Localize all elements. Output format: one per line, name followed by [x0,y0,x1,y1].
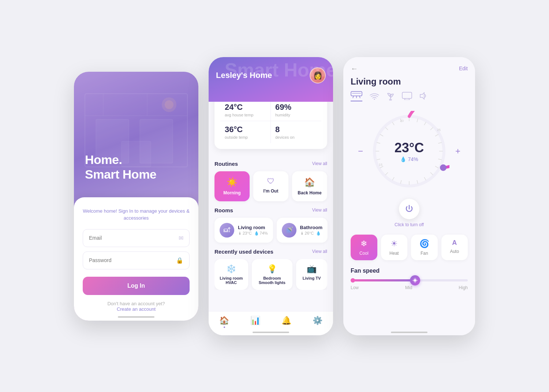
power-button[interactable] [399,199,419,219]
room-control-header: ← Edit [343,57,475,76]
devices-list: ❄️ Living room HVAC 💡 Bedroom Smooth lig… [214,259,327,290]
room-title-container: Living room [343,76,475,90]
bathroom-icon: 🚿 [282,223,296,238]
living-room-temp: 🌡 23°C [238,231,252,236]
bathroom-stats: 🌡 26°C 💧 [300,231,322,236]
device-hvac[interactable]: ❄️ Living room HVAC [214,259,248,290]
email-field[interactable] [89,235,174,241]
temp-increase-button[interactable]: + [449,146,466,156]
routines-section-header: Routines View all [214,161,327,167]
hvac-icon: ❄️ [226,264,236,274]
sun-icon: ☀️ [227,177,238,187]
back-button[interactable]: ← [351,64,358,73]
home-indicator-3 [391,332,427,333]
power-section: Click to turn off [343,199,475,227]
nav-active-dot [224,326,225,328]
fan-speed-high: High [459,285,468,290]
routine-back-home[interactable]: 🏠 Back Home [292,171,327,201]
email-input-wrapper[interactable]: ✉ [83,229,190,247]
devices-view-all[interactable]: View all [312,249,327,254]
tv-icon: 📺 [307,264,317,274]
svg-line-11 [353,96,354,98]
room-living[interactable]: 🛋 Living room 🌡 23°C 💧 74% [214,218,273,243]
device-lights[interactable]: 💡 Bedroom Smooth lights [252,259,292,290]
fan-speed-labels: Low Mid High [351,285,468,290]
room-control-screen: ← Edit Living room [343,57,475,335]
dtype-plant[interactable] [386,91,395,101]
svg-line-24 [424,122,426,125]
mode-heat[interactable]: ☀ Heat [381,235,408,260]
humidity-value: 69% [275,102,317,112]
nav-settings[interactable]: ⚙️ [313,316,322,328]
svg-line-42 [380,134,383,136]
humidity-label: humidity [275,113,317,117]
nav-notifications[interactable]: 🔔 [281,316,291,328]
home-icon: 🏠 [304,177,315,187]
humidity-stat: 69% humidity [271,99,321,121]
login-card: Welcome home! Sign In to manage your dev… [74,197,198,321]
temp-decrease-button[interactable]: − [352,146,369,156]
dashboard-screen: Smart Home Lesley's Home 👩 24°C avg hous… [209,57,333,335]
device-types-row [343,90,475,107]
svg-marker-20 [420,93,424,99]
create-account-link[interactable]: Create an account [117,306,156,312]
dtype-sound[interactable] [419,92,427,100]
mode-cool[interactable]: ❄ Cool [351,235,377,260]
rooms-view-all[interactable]: View all [312,208,327,213]
routines-title: Routines [214,161,238,167]
dtype-tv[interactable] [402,92,412,100]
thermostat-section: − [343,107,475,195]
bathroom-temp: 🌡 26°C [300,231,314,236]
thermostat-dial: 20 25 15 23°C 💧 74% [369,111,449,191]
room-bathroom[interactable]: 🚿 Bathroom 🌡 26°C 💧 [277,218,328,243]
fan-slider-start [351,278,355,283]
routine-morning-label: Morning [223,190,240,195]
svg-line-29 [438,159,442,160]
fan-speed-slider[interactable] [351,279,468,281]
edit-button[interactable]: Edit [459,66,468,71]
power-label: Click to turn off [395,222,424,227]
dashboard-header: Smart Home Lesley's Home 👩 [209,57,333,102]
welcome-text: Welcome home! Sign In to manage your dev… [83,208,190,222]
living-room-name: Living room [238,225,268,230]
mode-auto[interactable]: A Auto [441,235,468,260]
signup-section: Don't have an account yet? Create an acc… [83,301,190,312]
fan-slider-thumb[interactable] [410,275,420,285]
temp-value: 23°C [395,140,424,156]
routine-morning[interactable]: ☀️ Morning [214,171,250,201]
svg-line-32 [424,177,426,180]
tv-name: Living TV [303,276,321,280]
bathroom-name: Bathroom [300,225,322,230]
avg-temp-value: 24°C [225,102,266,112]
devices-title: Recently used devices [214,249,273,255]
svg-line-37 [385,172,388,175]
fan-icon: 🌀 [419,239,429,249]
outside-temp-value: 36°C [225,125,266,134]
rooms-title: Rooms [214,207,233,213]
device-tv[interactable]: 📺 Living TV [296,259,327,290]
svg-rect-16 [402,92,412,98]
routine-out-label: I'm Out [264,188,279,194]
svg-text:25: 25 [437,128,441,132]
svg-line-33 [417,180,418,184]
dtype-ac[interactable] [351,90,362,101]
svg-line-43 [385,127,388,130]
fan-speed-title: Fan speed [351,268,468,274]
dtype-wifi[interactable] [370,92,379,100]
nav-stats[interactable]: 📊 [250,316,260,328]
routine-im-out[interactable]: 🛡 I'm Out [253,171,288,201]
password-field[interactable] [89,257,174,263]
mode-fan[interactable]: 🌀 Fan [411,235,438,260]
password-input-wrapper[interactable]: 🔒 [83,251,190,269]
hvac-name: Living room HVAC [219,276,244,285]
svg-line-35 [400,180,402,184]
routines-view-all[interactable]: View all [312,161,327,166]
cool-label: Cool [359,251,369,256]
svg-text:15: 15 [379,163,382,167]
fan-speed-low: Low [351,285,359,290]
auto-icon: A [452,239,457,247]
login-button[interactable]: Log In [83,277,190,295]
svg-line-27 [438,142,442,143]
nav-home[interactable]: 🏠 [219,316,229,328]
svg-point-46 [440,164,447,171]
